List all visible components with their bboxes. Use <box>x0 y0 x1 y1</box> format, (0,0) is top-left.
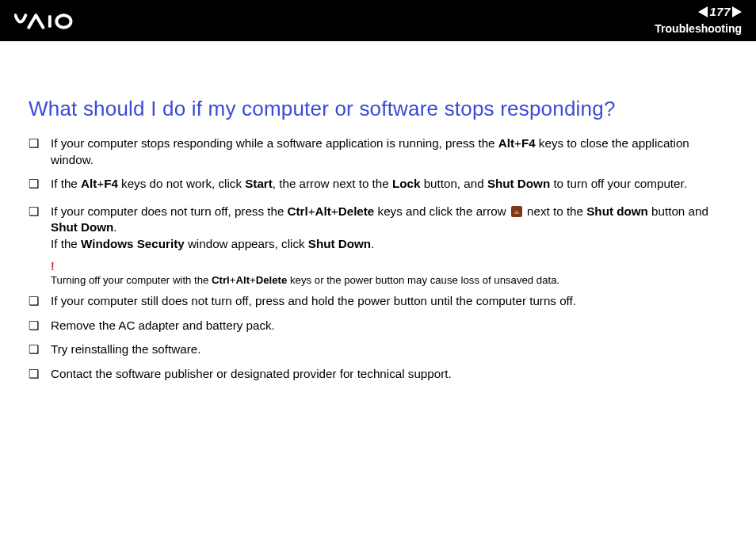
list-item: Remove the AC adapter and battery pack. <box>29 318 727 334</box>
svg-point-1 <box>56 15 71 28</box>
vaio-logo <box>14 11 97 32</box>
page-body: What should I do if my computer or softw… <box>0 41 756 382</box>
section-label: Troubleshooting <box>655 22 742 35</box>
header-bar: 177 Troubleshooting <box>0 0 756 41</box>
page-number: 177 <box>709 5 731 18</box>
bullet-list-2: If your computer still does not turn off… <box>29 293 727 382</box>
list-item: Contact the software publisher or design… <box>29 366 727 383</box>
next-page-arrow-icon[interactable] <box>732 6 742 17</box>
list-item: If your computer does not turn off, pres… <box>29 204 727 253</box>
list-item: If your computer stops responding while … <box>29 135 727 168</box>
shutdown-arrow-icon <box>511 206 522 217</box>
list-item: If your computer still does not turn off… <box>29 293 727 310</box>
warning-text: Turning off your computer with the Ctrl+… <box>51 274 559 286</box>
list-item: If the Alt+F4 keys do not work, click St… <box>29 176 727 193</box>
warning-icon: ! <box>51 260 727 273</box>
svg-rect-0 <box>48 15 52 28</box>
prev-page-arrow-icon[interactable] <box>698 6 708 17</box>
page-title: What should I do if my computer or softw… <box>29 97 727 121</box>
warning-note: ! Turning off your computer with the Ctr… <box>51 260 727 287</box>
list-item: Try reinstalling the software. <box>29 341 727 358</box>
bullet-list: If your computer stops responding while … <box>29 135 727 252</box>
page-nav: 177 <box>698 5 742 18</box>
